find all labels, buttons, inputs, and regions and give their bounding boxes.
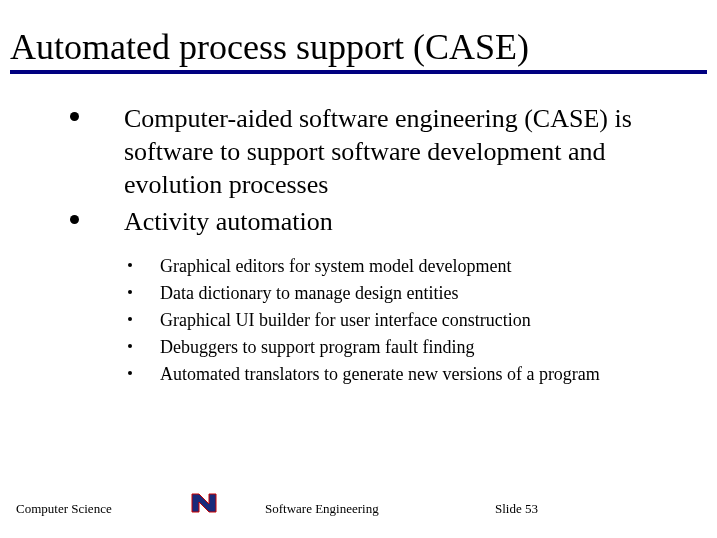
level1-text: Computer-aided software engineering (CAS… [124, 104, 632, 200]
footer-right: Slide 53 [495, 501, 538, 517]
slide-body: Computer-aided software engineering (CAS… [10, 102, 707, 388]
level1-list: Computer-aided software engineering (CAS… [70, 102, 677, 239]
footer-left: Computer Science [16, 501, 112, 517]
level2-item: Data dictionary to manage design entitie… [70, 280, 677, 307]
level1-text: Activity automation [124, 207, 333, 236]
subbullet-icon [128, 371, 132, 375]
level2-text: Data dictionary to manage design entitie… [160, 283, 458, 303]
bullet-icon [70, 112, 79, 121]
level1-item: Activity automation [70, 205, 677, 238]
subbullet-icon [128, 290, 132, 294]
level2-text: Graphical UI builder for user interface … [160, 310, 531, 330]
level2-item: Graphical editors for system model devel… [70, 253, 677, 280]
level2-item: Graphical UI builder for user interface … [70, 307, 677, 334]
level1-item: Computer-aided software engineering (CAS… [70, 102, 677, 202]
level2-text: Graphical editors for system model devel… [160, 256, 511, 276]
slide-title: Automated process support (CASE) [10, 28, 707, 68]
subbullet-icon [128, 317, 132, 321]
bullet-icon [70, 215, 79, 224]
slide-footer: Computer Science Software Engineering Sl… [0, 494, 717, 524]
level2-text: Automated translators to generate new ve… [160, 364, 600, 384]
subbullet-icon [128, 263, 132, 267]
level2-text: Debuggers to support program fault findi… [160, 337, 474, 357]
level2-list: Graphical editors for system model devel… [70, 253, 677, 388]
level2-item: Debuggers to support program fault findi… [70, 334, 677, 361]
title-underline: Automated process support (CASE) [10, 28, 707, 74]
slide: Automated process support (CASE) Compute… [0, 0, 717, 538]
footer-center: Software Engineering [265, 501, 379, 517]
level2-item: Automated translators to generate new ve… [70, 361, 677, 388]
logo-n-icon [190, 492, 218, 514]
subbullet-icon [128, 344, 132, 348]
